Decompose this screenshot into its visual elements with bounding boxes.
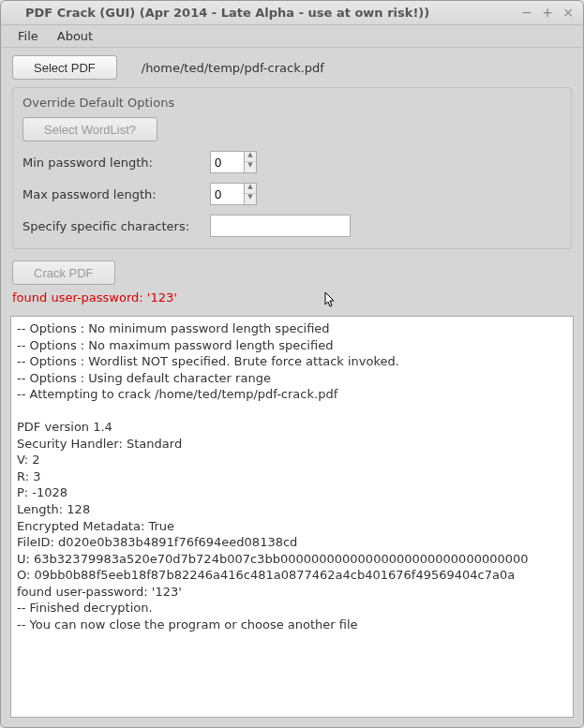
max-length-row: Max password length: ▲ ▼: [22, 183, 562, 205]
max-length-spinner: ▲ ▼: [210, 183, 257, 205]
min-length-input[interactable]: [210, 151, 244, 173]
crack-row: Crack PDF: [12, 260, 572, 285]
chars-label: Specify specific characters:: [22, 219, 210, 233]
select-pdf-button[interactable]: Select PDF: [12, 55, 117, 80]
max-spin-buttons: ▲ ▼: [244, 183, 257, 205]
max-down-icon[interactable]: ▼: [245, 194, 256, 204]
menu-about[interactable]: About: [48, 27, 102, 45]
menu-file[interactable]: File: [8, 27, 48, 45]
crack-pdf-button[interactable]: Crack PDF: [12, 260, 115, 285]
menubar: File About: [1, 25, 583, 48]
options-group: Override Default Options Select WordList…: [12, 87, 572, 249]
minimize-icon[interactable]: −: [519, 6, 534, 21]
content-area: Select PDF /home/ted/temp/pdf-crack.pdf …: [1, 48, 583, 316]
titlebar: PDF Crack (GUI) (Apr 2014 - Late Alpha -…: [1, 1, 583, 25]
result-text: found user-password: '123': [12, 290, 572, 308]
select-pdf-row: Select PDF /home/ted/temp/pdf-crack.pdf: [12, 55, 572, 80]
output-log[interactable]: -- Options : No minimum password length …: [10, 316, 574, 718]
pdf-path-label: /home/ted/temp/pdf-crack.pdf: [142, 61, 324, 75]
min-length-label: Min password length:: [22, 156, 210, 170]
max-length-label: Max password length:: [22, 187, 210, 201]
min-down-icon[interactable]: ▼: [245, 162, 256, 172]
window-title: PDF Crack (GUI) (Apr 2014 - Late Alpha -…: [8, 6, 514, 20]
maximize-icon[interactable]: +: [540, 6, 555, 21]
options-title: Override Default Options: [22, 96, 562, 110]
min-spin-buttons: ▲ ▼: [244, 151, 257, 173]
chars-row: Specify specific characters:: [22, 215, 562, 237]
min-length-row: Min password length: ▲ ▼: [22, 151, 562, 173]
close-icon[interactable]: ×: [561, 6, 576, 21]
min-length-spinner: ▲ ▼: [210, 151, 257, 173]
chars-input[interactable]: [210, 215, 351, 237]
max-length-input[interactable]: [210, 183, 244, 205]
app-window: PDF Crack (GUI) (Apr 2014 - Late Alpha -…: [0, 0, 584, 728]
select-wordlist-button[interactable]: Select WordList?: [22, 117, 157, 141]
